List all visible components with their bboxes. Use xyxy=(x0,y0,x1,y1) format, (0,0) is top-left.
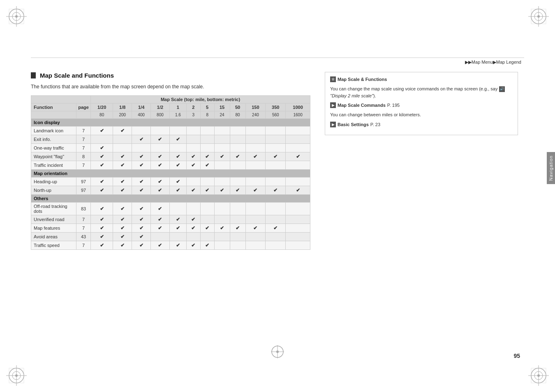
checkmark-icon: ✔ xyxy=(120,234,125,240)
checkmark-icon: ✔ xyxy=(253,187,257,193)
func-page: 7 xyxy=(76,144,91,152)
check-cell xyxy=(113,144,132,152)
checkmark-icon: ✔ xyxy=(191,242,195,248)
col-1.6: 1.6 xyxy=(169,111,186,119)
svg-point-22 xyxy=(537,374,540,377)
check-cell xyxy=(245,127,266,135)
check-cell xyxy=(151,144,170,152)
checkmark-icon: ✔ xyxy=(236,187,240,193)
col-24: 24 xyxy=(214,111,230,119)
table-row: Heading-up97✔✔✔✔✔ xyxy=(31,178,310,186)
checkmark-icon: ✔ xyxy=(191,154,195,159)
checkmark-icon: ✔ xyxy=(220,154,224,159)
func-page: 83 xyxy=(76,203,91,215)
check-cell: ✔ xyxy=(91,178,113,186)
checkmark-icon: ✔ xyxy=(158,162,162,168)
checkmark-icon: ✔ xyxy=(100,225,104,231)
check-cell: ✔ xyxy=(91,144,113,152)
func-name: Exit info. xyxy=(31,135,76,144)
checkmark-icon: ✔ xyxy=(158,206,162,212)
check-cell: ✔ xyxy=(214,186,230,195)
section-title-text: Map Scale and Functions xyxy=(40,72,114,79)
check-cell xyxy=(169,203,186,215)
check-cell: ✔ xyxy=(230,224,245,233)
check-cell xyxy=(200,178,214,186)
checkmark-icon: ✔ xyxy=(191,225,195,231)
check-cell: ✔ xyxy=(200,224,214,233)
check-cell xyxy=(214,135,230,144)
check-cell: ✔ xyxy=(214,224,230,233)
check-cell: ✔ xyxy=(200,241,214,250)
checkmark-icon: ✔ xyxy=(253,225,257,231)
check-cell xyxy=(132,144,151,152)
info-box: ☆ Map Scale & Functions You can change t… xyxy=(325,72,518,135)
checkmark-icon: ✔ xyxy=(139,154,143,159)
table-row: Avoid areas43✔✔✔ xyxy=(31,233,310,241)
table-row: Exit info.7✔✔✔ xyxy=(31,135,310,144)
breadcrumb: ▶▶Map Menu▶Map Legend xyxy=(464,60,522,65)
check-cell: ✔ xyxy=(132,233,151,241)
col-1000: 1000 xyxy=(286,104,310,111)
check-cell: ✔ xyxy=(266,152,286,161)
check-cell: ✔ xyxy=(169,224,186,233)
check-cell xyxy=(151,233,170,241)
func-page: 43 xyxy=(76,233,91,241)
check-cell xyxy=(266,144,286,152)
check-cell: ✔ xyxy=(169,152,186,161)
check-cell: ✔ xyxy=(169,215,186,224)
check-cell: ✔ xyxy=(186,224,200,233)
voice-icon: 🔊 xyxy=(499,86,505,92)
check-cell: ✔ xyxy=(151,135,170,144)
check-cell xyxy=(214,144,230,152)
checkmark-icon: ✔ xyxy=(205,162,209,168)
check-cell xyxy=(214,241,230,250)
check-cell: ✔ xyxy=(113,224,132,233)
func-page: 7 xyxy=(76,215,91,224)
link1-line: ▶ Map Scale Commands P. 195 xyxy=(330,102,513,108)
check-cell xyxy=(169,144,186,152)
check-cell xyxy=(286,127,310,135)
check-cell xyxy=(169,127,186,135)
check-cell: ✔ xyxy=(132,224,151,233)
check-cell: ✔ xyxy=(169,135,186,144)
check-cell xyxy=(266,241,286,250)
col-80m: 80 xyxy=(230,111,245,119)
col-15: 15 xyxy=(214,104,230,111)
info-title-icon: ☆ xyxy=(330,76,336,82)
check-cell: ✔ xyxy=(169,241,186,250)
nav-label: Navigation xyxy=(547,152,555,184)
check-cell xyxy=(186,135,200,144)
svg-point-10 xyxy=(537,15,540,18)
section-title: Map Scale and Functions xyxy=(31,72,310,79)
check-cell: ✔ xyxy=(169,178,186,186)
checkmark-icon: ✔ xyxy=(100,154,104,159)
func-name: Traffic speed xyxy=(31,241,76,250)
table-row: Unverified road7✔✔✔✔✔✔ xyxy=(31,215,310,224)
col-1-8: 1/8 xyxy=(113,104,132,111)
page-sub xyxy=(76,111,91,119)
checkmark-icon: ✔ xyxy=(139,136,143,142)
check-cell: ✔ xyxy=(132,203,151,215)
check-cell xyxy=(245,241,266,250)
checkmark-icon: ✔ xyxy=(191,217,195,222)
checkmark-icon: ✔ xyxy=(139,187,143,193)
check-cell xyxy=(214,233,230,241)
check-cell: ✔ xyxy=(151,178,170,186)
checkmark-icon: ✔ xyxy=(158,217,162,222)
checkmark-icon: ✔ xyxy=(253,154,257,159)
check-cell: ✔ xyxy=(132,186,151,195)
check-cell xyxy=(230,203,245,215)
checkmark-icon: ✔ xyxy=(158,136,162,142)
checkmark-icon: ✔ xyxy=(100,128,104,134)
check-cell xyxy=(286,144,310,152)
info-para1: You can change the map scale using voice… xyxy=(330,85,513,99)
checkmark-icon: ✔ xyxy=(158,154,162,159)
checkmark-icon: ✔ xyxy=(100,217,104,222)
checkmark-icon: ✔ xyxy=(158,225,162,231)
check-cell xyxy=(266,203,286,215)
check-cell: ✔ xyxy=(151,161,170,170)
table-row: North-up97✔✔✔✔✔✔✔✔✔✔✔✔ xyxy=(31,186,310,195)
check-cell xyxy=(186,233,200,241)
col-800: 800 xyxy=(151,111,170,119)
col-150: 150 xyxy=(245,104,266,111)
